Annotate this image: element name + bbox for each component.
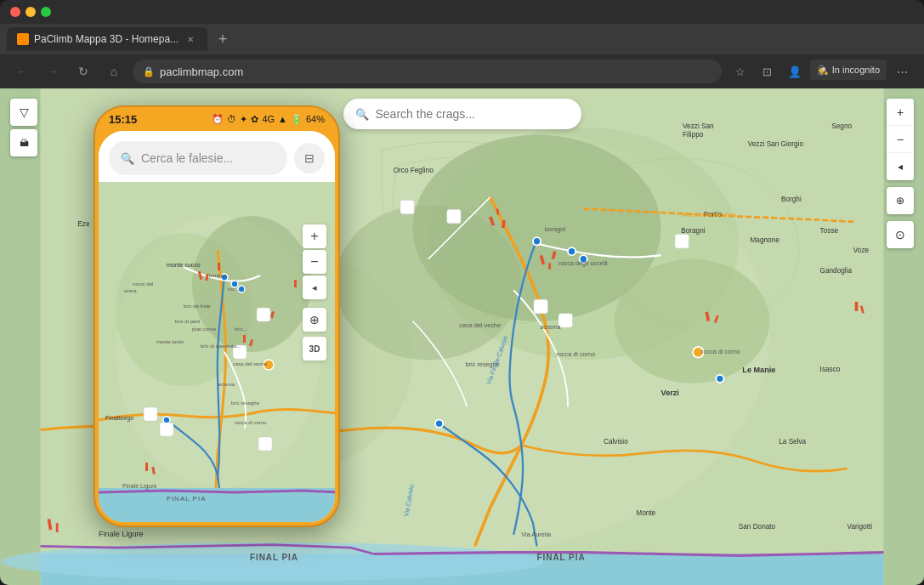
- toolbar-actions: ☆ ⊡ 👤 🕵 In incognito ⋯: [728, 60, 914, 83]
- phone-battery-pct: 64%: [306, 114, 325, 124]
- svg-text:Vezzi San Giorgio: Vezzi San Giorgio: [748, 140, 804, 148]
- svg-text:bric reseghe: bric reseghe: [231, 400, 260, 406]
- svg-text:scera: scera: [124, 288, 137, 293]
- svg-rect-28: [400, 200, 414, 213]
- phone-layers-button[interactable]: ⊕: [303, 308, 326, 332]
- info-button[interactable]: 🏔: [10, 129, 37, 156]
- phone-3d-button[interactable]: 3D: [303, 337, 326, 361]
- layers-button[interactable]: ⊕: [887, 187, 914, 214]
- svg-text:Isasco: Isasco: [820, 366, 841, 373]
- svg-text:monte cucco: monte cucco: [167, 262, 201, 268]
- traffic-lights: [10, 7, 51, 17]
- svg-text:Voze: Voze: [853, 247, 870, 254]
- svg-text:Eze: Eze: [77, 220, 90, 228]
- phone-map-svg: Finalborgo FINAL PIA Finale Ligure monte…: [99, 182, 335, 522]
- incognito-button[interactable]: 🕵 In incognito: [810, 60, 887, 80]
- svg-point-6: [615, 259, 770, 383]
- svg-text:San Donato: San Donato: [739, 523, 776, 531]
- svg-text:FINAL PIA: FINAL PIA: [167, 495, 207, 503]
- phone-zoom-in-button[interactable]: +: [303, 224, 326, 248]
- close-button[interactable]: [10, 7, 20, 17]
- map-controls-right: + − ◂ ⊕ ⊙: [887, 99, 914, 248]
- svg-text:Varigotti: Varigotti: [847, 523, 873, 531]
- phone-content: 🔍 Cerca le falesie... ⊟: [99, 131, 335, 522]
- svg-point-23: [568, 247, 575, 255]
- phone-compass-button[interactable]: ◂: [303, 275, 326, 299]
- phone-filter-button[interactable]: ⊟: [294, 143, 325, 173]
- phone-map-controls: + − ◂ ⊕ 3D: [303, 224, 326, 361]
- phone-search-bar: 🔍 Cerca le falesie... ⊟: [99, 131, 335, 182]
- incognito-label: In incognito: [832, 65, 880, 75]
- search-icon: 🔍: [355, 108, 369, 121]
- svg-rect-95: [258, 437, 272, 451]
- phone-search-inner[interactable]: 🔍 Cerca le falesie...: [109, 141, 287, 175]
- zoom-control-group: + − ◂: [887, 99, 914, 180]
- svg-text:Boragni: Boragni: [681, 227, 705, 235]
- map-container[interactable]: Vezzi San Filippo Vezzi San Giorgio Segn…: [0, 88, 924, 585]
- ssl-icon: 🔒: [143, 66, 155, 77]
- svg-text:monte tordo: monte tordo: [156, 339, 184, 344]
- svg-text:Magnone: Magnone: [750, 236, 779, 244]
- phone-zoom-out-button[interactable]: −: [303, 250, 326, 274]
- svg-text:FINAL PIA: FINAL PIA: [537, 553, 586, 562]
- maximize-button[interactable]: [41, 7, 51, 17]
- tab-close-button[interactable]: ✕: [184, 32, 197, 46]
- back-button[interactable]: ←: [10, 60, 34, 83]
- svg-point-74: [192, 216, 311, 352]
- svg-text:bric de frate: bric de frate: [184, 304, 211, 309]
- tab-favicon: [17, 33, 29, 45]
- phone-climbing-icon: ✦: [240, 114, 247, 125]
- svg-text:casa del veche: casa del veche: [233, 361, 268, 366]
- phone-up-arrow-icon: ▲: [278, 114, 287, 124]
- svg-text:FINAL PIA: FINAL PIA: [250, 553, 298, 562]
- geolocate-button[interactable]: ⊙: [887, 221, 914, 248]
- incognito-icon: 🕵: [817, 65, 829, 76]
- svg-text:roc...: roc...: [228, 287, 240, 292]
- bookmark-star-icon[interactable]: ☆: [728, 60, 752, 83]
- svg-rect-85: [294, 280, 297, 287]
- svg-rect-30: [534, 299, 547, 313]
- svg-rect-32: [675, 235, 689, 248]
- reading-mode-icon[interactable]: ⊡: [756, 60, 779, 83]
- svg-text:bric di perti: bric di perti: [175, 319, 200, 324]
- svg-text:pian corne: pian corne: [192, 327, 217, 332]
- svg-text:casa del veche: casa del veche: [459, 321, 501, 329]
- profile-icon[interactable]: 👤: [783, 60, 807, 83]
- more-options-icon[interactable]: ⋯: [890, 60, 914, 83]
- phone-filter-icon: ⊟: [304, 151, 315, 165]
- svg-text:rocca di corno: rocca di corno: [556, 350, 595, 358]
- browser-toolbar: ← → ↻ ⌂ 🔒 paclimbmap.com ☆ ⊡ 👤 🕵 In inco…: [0, 54, 924, 88]
- svg-text:Le Manie: Le Manie: [742, 366, 775, 374]
- svg-text:Segno: Segno: [831, 122, 852, 130]
- svg-rect-92: [144, 407, 157, 421]
- address-bar[interactable]: 🔒 paclimbmap.com: [133, 60, 722, 83]
- svg-rect-15: [548, 263, 551, 269]
- title-bar: [0, 0, 924, 24]
- zoom-out-button[interactable]: −: [887, 126, 914, 153]
- svg-text:boragni: boragni: [209, 273, 226, 278]
- minimize-button[interactable]: [26, 7, 36, 17]
- svg-text:Orco Feglino: Orco Feglino: [394, 167, 434, 174]
- compass-button[interactable]: ◂: [887, 153, 914, 180]
- filter-button[interactable]: ▽: [10, 99, 37, 126]
- phone-alarm-icon: ⏰: [212, 114, 224, 125]
- active-tab[interactable]: PaClimb Mappa 3D - Homepa... ✕: [7, 27, 207, 51]
- svg-text:Via Aurelia: Via Aurelia: [521, 531, 552, 538]
- home-button[interactable]: ⌂: [102, 60, 126, 83]
- new-tab-button[interactable]: +: [211, 27, 235, 51]
- svg-text:acrema: acrema: [540, 323, 561, 331]
- phone-map[interactable]: Finalborgo FINAL PIA Finale Ligure monte…: [99, 182, 335, 522]
- svg-point-25: [716, 375, 723, 383]
- reload-button[interactable]: ↻: [71, 60, 95, 83]
- search-bar[interactable]: 🔍: [343, 99, 581, 129]
- forward-button[interactable]: →: [41, 60, 65, 83]
- zoom-in-button[interactable]: +: [887, 99, 914, 126]
- svg-text:Borghi: Borghi: [781, 196, 802, 203]
- svg-text:Finale Ligure: Finale Ligure: [122, 483, 157, 490]
- svg-text:bric di spaventa...: bric di spaventa...: [201, 344, 241, 349]
- svg-rect-81: [145, 463, 148, 471]
- search-input[interactable]: [376, 107, 570, 121]
- svg-point-26: [435, 420, 443, 428]
- svg-text:Autostrada dei Fiori: Autostrada dei Fiori: [683, 211, 737, 219]
- phone-bluetooth-icon: ✿: [251, 114, 258, 125]
